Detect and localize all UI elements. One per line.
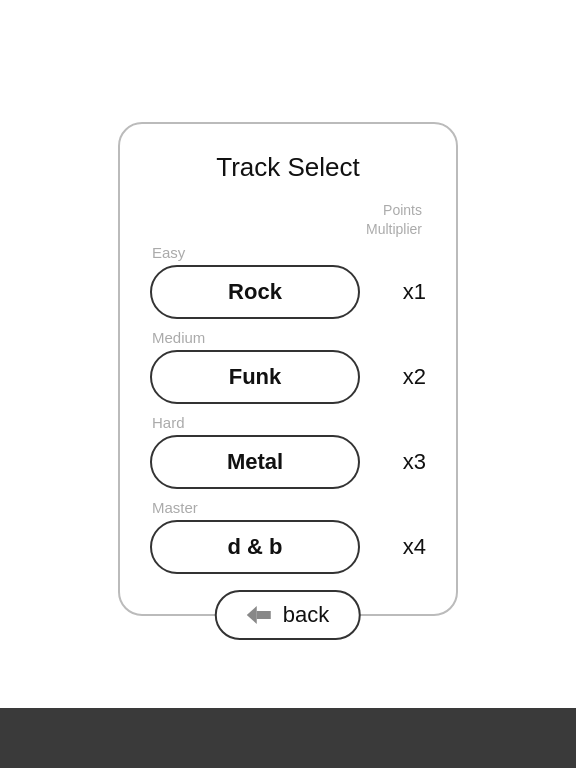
track-row-dnb: d & b x4 <box>150 520 426 574</box>
track-select-panel: Track Select PointsMultiplier Easy Rock … <box>118 122 458 615</box>
track-button-rock[interactable]: Rock <box>150 265 360 319</box>
bottom-bar <box>0 708 576 768</box>
multiplier-metal: x3 <box>386 449 426 475</box>
track-button-metal[interactable]: Metal <box>150 435 360 489</box>
track-group-hard: Hard Metal x3 <box>150 414 426 489</box>
panel-title: Track Select <box>150 152 426 183</box>
column-headers: PointsMultiplier <box>150 201 426 237</box>
track-button-funk[interactable]: Funk <box>150 350 360 404</box>
track-row-funk: Funk x2 <box>150 350 426 404</box>
multiplier-funk: x2 <box>386 364 426 390</box>
arrow-left-icon <box>247 604 273 626</box>
track-group-easy: Easy Rock x1 <box>150 244 426 319</box>
back-button[interactable]: back <box>215 590 361 640</box>
track-group-medium: Medium Funk x2 <box>150 329 426 404</box>
track-row-rock: Rock x1 <box>150 265 426 319</box>
track-row-metal: Metal x3 <box>150 435 426 489</box>
multiplier-dnb: x4 <box>386 534 426 560</box>
back-button-wrapper: back <box>215 590 361 640</box>
points-column-header: PointsMultiplier <box>366 201 422 237</box>
svg-marker-1 <box>247 606 257 624</box>
difficulty-label-hard: Hard <box>152 414 426 431</box>
svg-rect-0 <box>257 611 271 619</box>
difficulty-label-medium: Medium <box>152 329 426 346</box>
back-button-label: back <box>283 602 329 628</box>
difficulty-label-master: Master <box>152 499 426 516</box>
back-arrow-icon <box>247 604 273 626</box>
difficulty-label-easy: Easy <box>152 244 426 261</box>
track-button-dnb[interactable]: d & b <box>150 520 360 574</box>
multiplier-rock: x1 <box>386 279 426 305</box>
track-group-master: Master d & b x4 <box>150 499 426 574</box>
